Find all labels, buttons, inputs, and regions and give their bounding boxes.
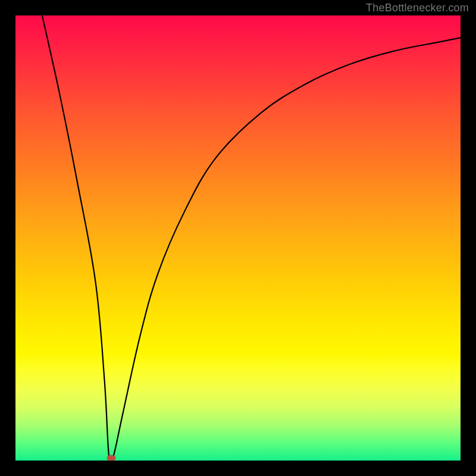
bottleneck-curve [15,15,461,461]
chart-frame: TheBottlenecker.com [0,0,476,476]
optimal-point-marker [107,455,115,461]
plot-area [15,15,461,461]
attribution-text: TheBottlenecker.com [366,2,469,14]
